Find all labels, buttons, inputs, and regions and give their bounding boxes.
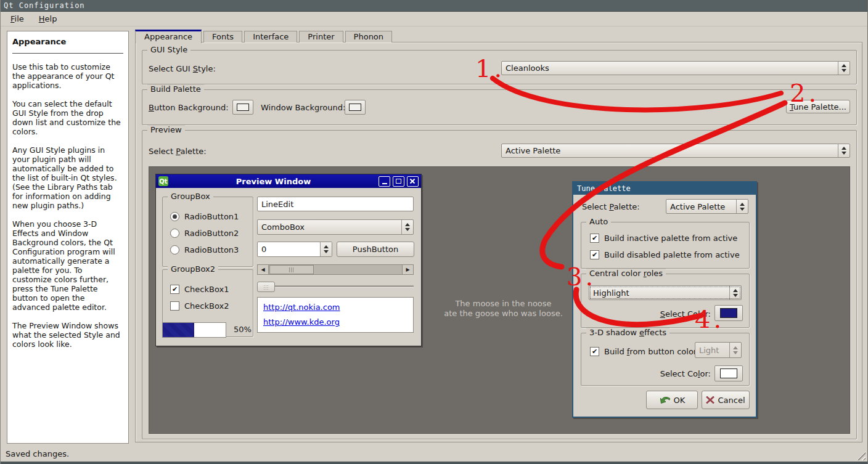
window-titlebar[interactable]: Qt Configuration (1, 0, 867, 12)
radio-button-2-icon[interactable] (170, 229, 179, 238)
maximize-button[interactable] (393, 176, 404, 187)
auto-group: Auto Build inactive palette from active … (581, 222, 750, 269)
effects-select-color-button[interactable] (714, 365, 743, 381)
button-background-color-button[interactable] (232, 100, 253, 115)
select-palette-label: Select Palette: (149, 147, 207, 156)
combo-arrows-icon (729, 343, 741, 357)
progress-fill (163, 323, 194, 337)
tab-appearance[interactable]: Appearance (135, 30, 202, 43)
checkbox-row[interactable]: CheckBox2 (170, 301, 229, 311)
highlight-color-swatch (720, 308, 737, 318)
select-palette-combobox[interactable]: Active Palette (501, 144, 850, 158)
window-background-color-button[interactable] (345, 100, 366, 115)
tab-fonts[interactable]: Fonts (203, 31, 242, 43)
radio-button-3-label: RadioButton3 (184, 245, 239, 254)
build-inactive-checkbox-icon[interactable] (590, 234, 599, 243)
tab-printer[interactable]: Printer (299, 31, 343, 43)
menu-file[interactable]: File (4, 13, 30, 25)
build-from-button-checkbox-icon[interactable] (590, 347, 599, 356)
scrollbar-handle[interactable] (269, 265, 314, 274)
cancel-button[interactable]: Cancel (702, 391, 750, 409)
grip-icon (289, 267, 295, 272)
preview-group: Preview Select Palette: Active Palette Q… (142, 130, 857, 439)
combo-arrows-icon (729, 286, 741, 299)
preview-window-titlebar[interactable]: Qt Preview Window (156, 174, 421, 188)
preview-group-title: Preview (147, 125, 185, 134)
central-select-color-label: Select Color: (660, 309, 711, 319)
scroll-right-icon[interactable]: ▶ (402, 265, 413, 274)
groupbox2-title: GroupBox2 (168, 264, 218, 274)
radio-row[interactable]: RadioButton2 (170, 229, 239, 238)
radio-row[interactable]: RadioButton1 (170, 212, 239, 221)
help-sidebar: Appearance Use this tab to customize the… (7, 31, 129, 444)
radio-button-3-icon[interactable] (170, 245, 179, 254)
checkbox-row[interactable]: CheckBox1 (170, 285, 229, 294)
push-button[interactable]: PushButton (337, 242, 414, 257)
qt-logo-icon: Qt (158, 176, 168, 186)
button-background-label: Button Background: (149, 103, 229, 112)
scroll-left-icon[interactable]: ◀ (258, 265, 269, 274)
preview-window-body: GroupBox RadioButton1 RadioButton2 (156, 188, 421, 346)
status-bar: Saved changes. (1, 446, 867, 462)
gui-style-group-title: GUI Style (147, 45, 190, 54)
tune-palette-body: Select Palette: Active Palette Auto Buil… (573, 195, 756, 417)
tune-palette-button-label: Tune Palette... (790, 102, 846, 112)
button-background-swatch (237, 104, 249, 111)
horizontal-scrollbar[interactable]: ◀ ▶ (257, 264, 414, 275)
combo-arrows-icon (838, 62, 850, 75)
kde-link[interactable]: http://www.kde.org (263, 317, 407, 327)
sidebar-divider (12, 53, 123, 54)
tab-bar: Appearance Fonts Interface Printer Phono… (135, 30, 394, 43)
link-text-area[interactable]: http://qt.nokia.com http://www.kde.org (257, 297, 414, 333)
radio-button-2-label: RadioButton2 (184, 229, 239, 238)
combo-arrows-icon (736, 200, 748, 213)
effect-combobox: Light (695, 342, 742, 358)
radio-row[interactable]: RadioButton3 (170, 245, 239, 254)
central-role-combobox[interactable]: Highlight (589, 285, 742, 300)
slider-handle[interactable] (257, 282, 275, 292)
window-background-label: Window Background: (261, 103, 345, 112)
qt-nokia-link[interactable]: http://qt.nokia.com (263, 303, 407, 312)
radio-button-1-icon[interactable] (170, 212, 179, 221)
checkbox-row[interactable]: Build disabled palette from active (590, 250, 740, 259)
grip-icon (263, 285, 269, 290)
central-color-roles-title: Central color roles (586, 269, 666, 278)
preview-window: Qt Preview Window GroupBox RadioButton1 (155, 174, 422, 346)
tab-interface[interactable]: Interface (244, 31, 297, 43)
minimize-button[interactable] (379, 176, 390, 187)
central-select-color-button[interactable] (714, 305, 743, 321)
checkbox-row[interactable]: Build inactive palette from active (590, 234, 737, 243)
dialog-select-palette-label: Select Palette: (582, 202, 640, 211)
window-title: Qt Configuration (4, 1, 85, 10)
tune-palette-dialog: Tune Palette Select Palette: Active Pale… (572, 181, 757, 418)
progress-label: 50% (234, 325, 252, 334)
tune-palette-title: Tune Palette (577, 184, 631, 193)
tab-phonon[interactable]: Phonon (345, 31, 392, 43)
minimize-icon (382, 183, 387, 184)
checkbox-2-label: CheckBox2 (184, 301, 229, 311)
checkbox-1-icon[interactable] (170, 285, 179, 294)
tune-palette-titlebar[interactable]: Tune Palette (573, 182, 756, 195)
spinbox-arrows-icon[interactable] (320, 242, 332, 256)
line-edit-field[interactable]: LineEdit (257, 197, 414, 211)
qt-configuration-window: Qt Configuration File Help Appearance Us… (0, 0, 868, 464)
window-bottom-edge (1, 462, 867, 464)
menubar: File Help (1, 12, 867, 26)
menu-help[interactable]: Help (33, 13, 63, 25)
preview-combobox[interactable]: ComboBox (257, 219, 414, 235)
ok-button[interactable]: OK (646, 391, 698, 409)
dialog-palette-combobox[interactable]: Active Palette (666, 199, 748, 214)
sidebar-paragraph: You can select the default GUI Style fro… (12, 99, 123, 136)
build-from-button-label: Build from button color (604, 347, 697, 356)
build-disabled-label: Build disabled palette from active (604, 250, 740, 259)
build-disabled-checkbox-icon[interactable] (590, 250, 599, 259)
checkbox-row[interactable]: Build from button color (590, 347, 697, 356)
cancel-x-icon (706, 396, 714, 404)
checkbox-2-icon[interactable] (170, 301, 179, 311)
spinbox[interactable]: 0 (257, 242, 332, 257)
slider-groove[interactable] (258, 285, 414, 288)
tune-palette-button[interactable]: Tune Palette... (786, 100, 850, 113)
gui-style-combobox[interactable]: Cleanlooks (501, 61, 850, 75)
close-button[interactable] (407, 176, 419, 187)
progress-bar (162, 322, 226, 338)
